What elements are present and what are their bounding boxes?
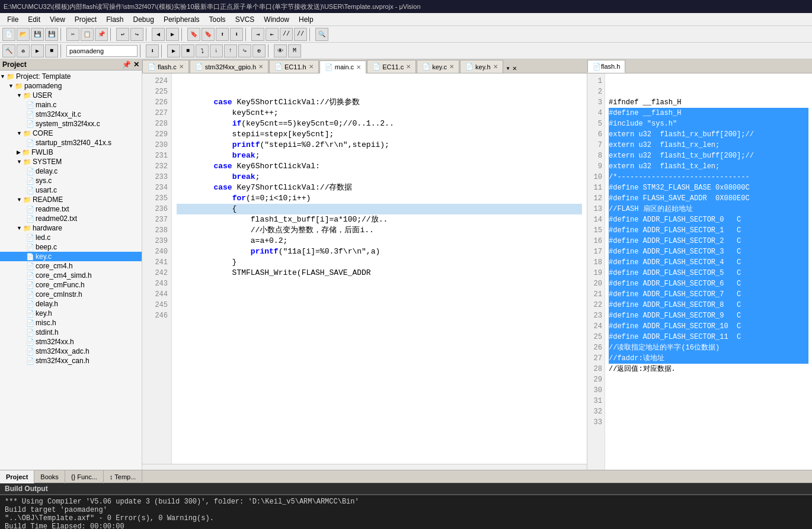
tab-close-5[interactable]: ✕ bbox=[449, 63, 454, 70]
menu-item-file[interactable]: File bbox=[2, 14, 23, 25]
tree-item-25[interactable]: 📄key.h bbox=[0, 309, 142, 318]
tab-close-2[interactable]: ✕ bbox=[309, 63, 314, 70]
tab-stm32f4xx_gpio-h[interactable]: 📄stm32f4xx_gpio.h✕ bbox=[190, 60, 268, 73]
tree-item-24[interactable]: 📄delay.h bbox=[0, 299, 142, 309]
menu-item-window[interactable]: Window bbox=[259, 14, 294, 25]
tree-item-9[interactable]: ▼📁SYSTEM bbox=[0, 157, 142, 166]
tab-close-6[interactable]: ✕ bbox=[493, 63, 498, 70]
stop-btn[interactable]: ■ bbox=[45, 44, 58, 57]
open-btn[interactable]: 📂 bbox=[17, 28, 30, 41]
tree-item-22[interactable]: 📄core_cmFunc.h bbox=[0, 280, 142, 290]
nav-back-btn[interactable]: ◀ bbox=[152, 28, 165, 41]
tree-item-17[interactable]: 📄led.c bbox=[0, 233, 142, 242]
menu-item-debug[interactable]: Debug bbox=[129, 14, 159, 25]
prev-bookmark-btn[interactable]: ⬆ bbox=[216, 28, 229, 41]
comment-btn[interactable]: // bbox=[280, 28, 293, 41]
tab-close-4[interactable]: ✕ bbox=[406, 63, 411, 70]
tree-item-14[interactable]: 📄readme.txt bbox=[0, 204, 142, 214]
tree-item-6[interactable]: ▼📁CORE bbox=[0, 129, 142, 138]
tree-item-10[interactable]: 📄delay.c bbox=[0, 166, 142, 176]
translate-btn[interactable]: ▶ bbox=[31, 44, 44, 57]
tree-item-18[interactable]: 📄beep.c bbox=[0, 242, 142, 252]
build-btn[interactable]: 🔨 bbox=[2, 44, 15, 57]
tab-close-0[interactable]: ✕ bbox=[179, 63, 184, 70]
project-pin-btn[interactable]: 📌 bbox=[122, 60, 131, 69]
tab-EC11-c[interactable]: 📄EC11.c✕ bbox=[367, 60, 416, 73]
show-next-btn[interactable]: ⊕ bbox=[252, 44, 266, 57]
find-btn[interactable]: 🔍 bbox=[315, 28, 328, 41]
tab-close-all[interactable]: ✕ bbox=[513, 64, 517, 73]
tree-item-5[interactable]: 📄system_stm32f4xx.c bbox=[0, 119, 142, 129]
redo-btn[interactable]: ↪ bbox=[130, 28, 143, 41]
tree-item-3[interactable]: 📄main.c bbox=[0, 100, 142, 110]
tree-item-2[interactable]: ▼📁USER bbox=[0, 91, 142, 100]
next-bookmark-btn[interactable]: ⬇ bbox=[230, 28, 243, 41]
paste-btn[interactable]: 📌 bbox=[95, 28, 108, 41]
indent-btn[interactable]: ⇥ bbox=[251, 28, 264, 41]
tree-item-26[interactable]: 📄misc.h bbox=[0, 318, 142, 328]
bookmark-btn[interactable]: 🔖 bbox=[187, 28, 200, 41]
menu-item-flash[interactable]: Flash bbox=[101, 14, 128, 25]
menu-item-edit[interactable]: Edit bbox=[23, 14, 45, 25]
tree-item-29[interactable]: 📄stm32f4xx_adc.h bbox=[0, 347, 142, 356]
uncomment-btn[interactable]: // bbox=[294, 28, 307, 41]
right-tab-flash-h[interactable]: 📄 flash.h bbox=[587, 60, 625, 73]
build-output[interactable]: *** Using Compiler 'V5.06 update 3 (buil… bbox=[0, 494, 812, 529]
tab-flash-c[interactable]: 📄flash.c✕ bbox=[142, 60, 189, 73]
tree-item-15[interactable]: 📄readme02.txt bbox=[0, 214, 142, 223]
step-in-btn[interactable]: ↓ bbox=[210, 44, 223, 57]
menu-item-help[interactable]: Help bbox=[294, 14, 318, 25]
tree-item-27[interactable]: 📄stdint.h bbox=[0, 328, 142, 337]
menu-item-tools[interactable]: Tools bbox=[204, 14, 231, 25]
project-close-btn[interactable]: ✕ bbox=[133, 60, 139, 69]
tab-EC11-h[interactable]: 📄EC11.h✕ bbox=[269, 60, 319, 73]
load-btn[interactable]: ⬇ bbox=[146, 44, 159, 57]
tab-nav-arrow[interactable]: ▾ ✕ bbox=[506, 64, 517, 73]
bookmark2-btn[interactable]: 🔖 bbox=[202, 28, 215, 41]
tree-item-28[interactable]: 📄stm32f4xx.h bbox=[0, 337, 142, 347]
bottom-tab-0[interactable]: Project bbox=[0, 470, 34, 483]
code-scrollbar-h[interactable] bbox=[142, 464, 587, 470]
cut-btn[interactable]: ✂ bbox=[66, 28, 79, 41]
tree-item-12[interactable]: 📄usart.c bbox=[0, 185, 142, 195]
tab-key-h[interactable]: 📄key.h✕ bbox=[460, 60, 503, 73]
unindent-btn[interactable]: ⇤ bbox=[266, 28, 279, 41]
tree-item-7[interactable]: 📄startup_stm32f40_41x.s bbox=[0, 138, 142, 148]
bottom-tab-1[interactable]: Books bbox=[34, 470, 65, 483]
run-to-btn[interactable]: ⤷ bbox=[238, 44, 251, 57]
tree-item-11[interactable]: 📄sys.c bbox=[0, 176, 142, 185]
tree-item-4[interactable]: 📄stm32f4xx_it.c bbox=[0, 110, 142, 119]
watch-btn[interactable]: 👁 bbox=[274, 44, 287, 57]
tree-item-20[interactable]: 📄core_cm4.h bbox=[0, 261, 142, 271]
new-file-btn[interactable]: 📄 bbox=[2, 28, 15, 41]
target-select[interactable] bbox=[66, 45, 138, 57]
menu-item-view[interactable]: View bbox=[45, 14, 70, 25]
copy-btn[interactable]: 📋 bbox=[81, 28, 94, 41]
undo-btn[interactable]: ↩ bbox=[116, 28, 129, 41]
tree-item-21[interactable]: 📄core_cm4_simd.h bbox=[0, 271, 142, 280]
right-code-content[interactable]: #ifndef __flash_H#define __flash_H#inclu… bbox=[605, 73, 812, 470]
bottom-tab-3[interactable]: ↕ Temp... bbox=[104, 470, 142, 483]
tree-item-30[interactable]: 📄stm32f4xx_can.h bbox=[0, 356, 142, 366]
step-out-btn[interactable]: ↑ bbox=[224, 44, 237, 57]
mem-btn[interactable]: M bbox=[288, 44, 301, 57]
save-btn[interactable]: 💾 bbox=[31, 28, 44, 41]
tree-item-0[interactable]: ▼📁Project: Template bbox=[0, 72, 142, 81]
tree-item-19[interactable]: 📄key.c bbox=[0, 252, 142, 261]
debug-stop-btn[interactable]: ■ bbox=[181, 44, 194, 57]
debug-start-btn[interactable]: ▶ bbox=[167, 44, 180, 57]
bottom-tab-2[interactable]: {} Func... bbox=[65, 470, 104, 483]
menu-item-svcs[interactable]: SVCS bbox=[231, 14, 260, 25]
tab-main-c[interactable]: 📄main.c✕ bbox=[319, 60, 366, 73]
code-content[interactable]: case Key5ShortClickVal://切换参数 key5cnt++;… bbox=[172, 73, 587, 464]
save-all-btn[interactable]: 💾 bbox=[45, 28, 58, 41]
tree-item-8[interactable]: ▶📁FWLIB bbox=[0, 148, 142, 157]
tree-item-13[interactable]: ▼📁README bbox=[0, 195, 142, 204]
nav-fwd-btn[interactable]: ▶ bbox=[166, 28, 179, 41]
tab-close-1[interactable]: ✕ bbox=[258, 63, 263, 70]
step-over-btn[interactable]: ⤵ bbox=[196, 44, 209, 57]
tab-key-c[interactable]: 📄key.c✕ bbox=[417, 60, 459, 73]
menu-item-peripherals[interactable]: Peripherals bbox=[159, 14, 204, 25]
rebuild-btn[interactable]: ♻ bbox=[17, 44, 30, 57]
tab-close-3[interactable]: ✕ bbox=[356, 64, 361, 70]
